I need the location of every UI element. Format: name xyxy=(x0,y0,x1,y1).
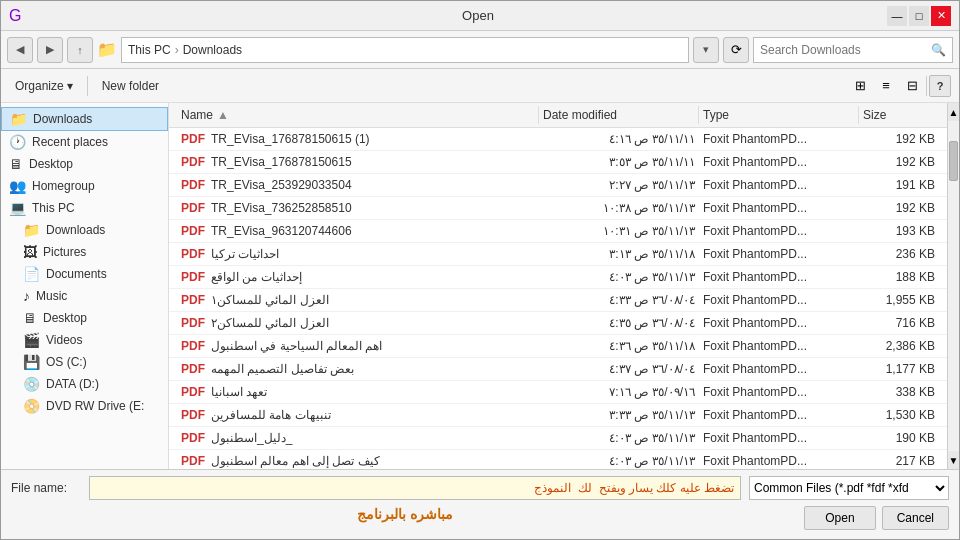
search-box[interactable]: 🔍 xyxy=(753,37,953,63)
sidebar-item-recent-places[interactable]: 🕐Recent places xyxy=(1,131,168,153)
file-name: اهم المعالم السياحية في اسطنبول xyxy=(211,339,382,353)
sidebar-item-pictures[interactable]: 🖼Pictures xyxy=(1,241,168,263)
table-row[interactable]: PDFإحداثيات من الواقع٣٥/١١/١٣ ص ٤:٠٣Foxi… xyxy=(169,266,947,289)
arabic-annotation: مباشره بالبرنامج xyxy=(11,506,798,522)
scrollbar-thumb[interactable] xyxy=(949,141,958,181)
new-folder-button[interactable]: New folder xyxy=(96,76,165,96)
sidebar-item-music[interactable]: ♪Music xyxy=(1,285,168,307)
folder-icon-data-d: 💿 xyxy=(23,376,40,392)
table-row[interactable]: PDFTR_EVisa_736252858510٣٥/١١/١٣ ص ١٠:٣٨… xyxy=(169,197,947,220)
pdf-icon: PDF xyxy=(181,293,205,307)
view-button-details[interactable]: ≡ xyxy=(874,75,898,97)
table-row[interactable]: PDFالعزل المائي للمساكن٢٣٦/٠٨/٠٤ ص ٤:٣٥F… xyxy=(169,312,947,335)
help-button[interactable]: ? xyxy=(929,75,951,97)
address-dropdown[interactable]: ▾ xyxy=(693,37,719,63)
organize-button[interactable]: Organize ▾ xyxy=(9,76,79,96)
file-size: 192 KB xyxy=(859,153,939,171)
file-type: Foxit PhantomPD... xyxy=(699,245,859,263)
pdf-icon: PDF xyxy=(181,132,205,146)
sidebar-item-homegroup[interactable]: 👥Homegroup xyxy=(1,175,168,197)
table-row[interactable]: PDFبعض تفاصيل التصميم المهمه٣٦/٠٨/٠٤ ص ٤… xyxy=(169,358,947,381)
table-row[interactable]: PDFاهم المعالم السياحية في اسطنبول٣٥/١١/… xyxy=(169,335,947,358)
filename-row: File name: Common Files (*.pdf *fdf *xfd xyxy=(11,476,949,500)
minimize-button[interactable]: — xyxy=(887,6,907,26)
header-type[interactable]: Type xyxy=(699,106,859,124)
table-row[interactable]: PDFTR_EVisa_253929033504٣٥/١١/١٣ ص ٢:٢٧F… xyxy=(169,174,947,197)
view-button-grid[interactable]: ⊞ xyxy=(848,75,872,97)
header-date[interactable]: Date modified xyxy=(539,106,699,124)
table-row[interactable]: PDFكيف تصل إلى اهم معالم اسطنبول٣٥/١١/١٣… xyxy=(169,450,947,469)
sidebar-item-downloads-pc[interactable]: 📁Downloads xyxy=(1,219,168,241)
view-button-list[interactable]: ⊟ xyxy=(900,75,924,97)
folder-icon-this-pc: 💻 xyxy=(9,200,26,216)
file-size: 188 KB xyxy=(859,268,939,286)
sidebar-label-desktop2: Desktop xyxy=(43,311,87,325)
file-name: TR_EVisa_736252858510 xyxy=(211,201,352,215)
toolbar: Organize ▾ New folder ⊞ ≡ ⊟ ? xyxy=(1,69,959,103)
folder-icon-downloads-top: 📁 xyxy=(10,111,27,127)
pdf-icon: PDF xyxy=(181,270,205,284)
file-name: تنبيهات هامة للمسافرين xyxy=(211,408,331,422)
close-button[interactable]: ✕ xyxy=(931,6,951,26)
header-size[interactable]: Size xyxy=(859,106,939,124)
sidebar-item-desktop[interactable]: 🖥Desktop xyxy=(1,153,168,175)
refresh-button[interactable]: ⟳ xyxy=(723,37,749,63)
open-button[interactable]: Open xyxy=(804,506,875,530)
sidebar-label-os-c: OS (C:) xyxy=(46,355,87,369)
table-row[interactable]: PDFTR_EVisa_176878150615 (1)٣٥/١١/١١ ص ٤… xyxy=(169,128,947,151)
table-row[interactable]: PDFTR_EVisa_963120744606٣٥/١١/١٣ ص ١٠:٣١… xyxy=(169,220,947,243)
up-button[interactable]: ↑ xyxy=(67,37,93,63)
filename-input[interactable] xyxy=(89,476,741,500)
file-type: Foxit PhantomPD... xyxy=(699,314,859,332)
file-name: العزل المائي للمساكن٢ xyxy=(211,316,329,330)
folder-icon-recent-places: 🕐 xyxy=(9,134,26,150)
sidebar-item-downloads-top[interactable]: 📁Downloads xyxy=(1,107,168,131)
bottom-bar: File name: Common Files (*.pdf *fdf *xfd… xyxy=(1,469,959,539)
window-controls: — □ ✕ xyxy=(887,6,951,26)
sidebar-item-data-d[interactable]: 💿DATA (D:) xyxy=(1,373,168,395)
forward-button[interactable]: ▶ xyxy=(37,37,63,63)
file-name: TR_EVisa_253929033504 xyxy=(211,178,352,192)
list-view-icon: ⊟ xyxy=(907,78,918,93)
folder-icon-pictures: 🖼 xyxy=(23,244,37,260)
file-size: 1,530 KB xyxy=(859,406,939,424)
grid-view-icon: ⊞ xyxy=(855,78,866,93)
file-type: Foxit PhantomPD... xyxy=(699,268,859,286)
table-row[interactable]: PDF_دليل_اسطنبول٣٥/١١/١٣ ص ٤:٠٣Foxit Pha… xyxy=(169,427,947,450)
search-input[interactable] xyxy=(760,43,931,57)
sidebar-item-documents[interactable]: 📄Documents xyxy=(1,263,168,285)
file-name-cell: PDF_دليل_اسطنبول xyxy=(177,429,539,447)
file-type: Foxit PhantomPD... xyxy=(699,222,859,240)
pdf-icon: PDF xyxy=(181,431,205,445)
cancel-button[interactable]: Cancel xyxy=(882,506,949,530)
maximize-button[interactable]: □ xyxy=(909,6,929,26)
filetype-select[interactable]: Common Files (*.pdf *fdf *xfd xyxy=(749,476,949,500)
dialog-title: Open xyxy=(69,8,887,23)
file-date: ٣٦/٠٨/٠٤ ص ٤:٣٣ xyxy=(539,291,699,309)
file-name-cell: PDFكيف تصل إلى اهم معالم اسطنبول xyxy=(177,452,539,469)
file-type: Foxit PhantomPD... xyxy=(699,406,859,424)
scrollbar-down[interactable]: ▼ xyxy=(948,451,959,469)
table-row[interactable]: PDFتنبيهات هامة للمسافرين٣٥/١١/١٣ ص ٣:٣٣… xyxy=(169,404,947,427)
table-row[interactable]: PDFTR_EVisa_176878150615٣٥/١١/١١ ص ٣:٥٣F… xyxy=(169,151,947,174)
folder-icon-homegroup: 👥 xyxy=(9,178,26,194)
sidebar-item-dvd-rw[interactable]: 📀DVD RW Drive (E: xyxy=(1,395,168,417)
header-name[interactable]: Name▲ xyxy=(177,106,539,124)
path-downloads: Downloads xyxy=(183,43,242,57)
address-path[interactable]: This PC › Downloads xyxy=(121,37,689,63)
table-row[interactable]: PDFالعزل المائي للمساكن١٣٦/٠٨/٠٤ ص ٤:٣٣F… xyxy=(169,289,947,312)
folder-icon-downloads-pc: 📁 xyxy=(23,222,40,238)
file-date: ٣٥/١١/١١ ص ٤:١٦ xyxy=(539,130,699,148)
filename-label: File name: xyxy=(11,481,81,495)
sidebar-item-os-c[interactable]: 💾OS (C:) xyxy=(1,351,168,373)
sidebar-item-videos[interactable]: 🎬Videos xyxy=(1,329,168,351)
sidebar-item-this-pc[interactable]: 💻This PC xyxy=(1,197,168,219)
sidebar-label-desktop: Desktop xyxy=(29,157,73,171)
scrollbar-up[interactable]: ▲ xyxy=(948,103,959,121)
scrollbar[interactable]: ▲ ▼ xyxy=(947,103,959,469)
table-row[interactable]: PDFتعهد اسبانيا٣٥/٠٩/١٦ ص ٧:١٦Foxit Phan… xyxy=(169,381,947,404)
file-size: 190 KB xyxy=(859,429,939,447)
sidebar-item-desktop2[interactable]: 🖥Desktop xyxy=(1,307,168,329)
back-button[interactable]: ◀ xyxy=(7,37,33,63)
table-row[interactable]: PDFاحداثيات تركيا٣٥/١١/١٨ ص ٣:١٣Foxit Ph… xyxy=(169,243,947,266)
